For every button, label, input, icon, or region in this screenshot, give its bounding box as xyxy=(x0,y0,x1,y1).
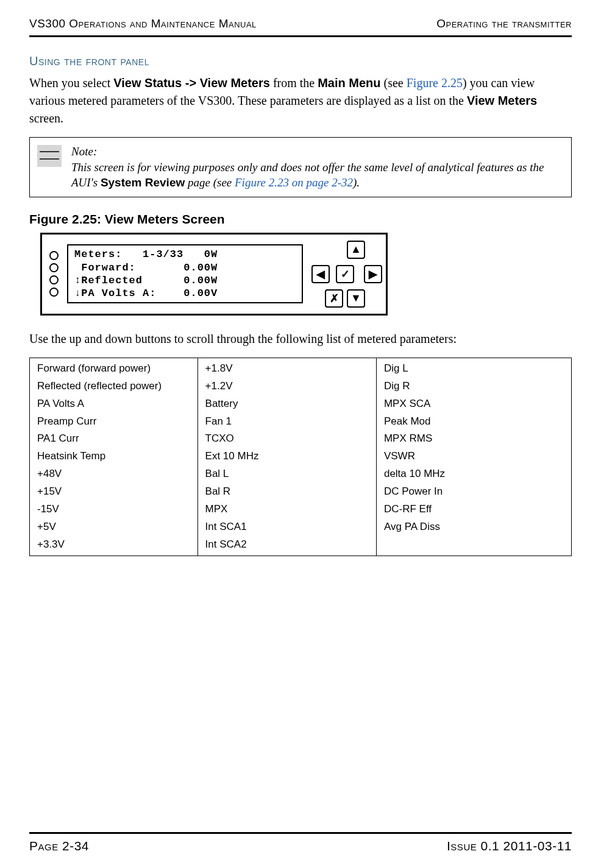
main-menu-label: Main Menu xyxy=(318,76,380,90)
led-column xyxy=(49,251,59,297)
lcd-screen: Meters: 1-3/33 0W Forward: 0.00W ↕Reflec… xyxy=(67,244,303,303)
led-icon xyxy=(49,288,59,297)
figure-link[interactable]: Figure 2.25 xyxy=(407,76,463,90)
right-button[interactable]: ▶ xyxy=(364,265,382,283)
screen-name: View Meters xyxy=(467,94,537,107)
intro-paragraph: When you select View Status -> View Mete… xyxy=(29,74,572,127)
table-row: Forward (forward power)Reflected (reflec… xyxy=(30,358,572,556)
left-button[interactable]: ◀ xyxy=(311,265,330,283)
cancel-button[interactable]: ✗ xyxy=(325,289,343,308)
up-button[interactable]: ▲ xyxy=(347,241,365,259)
section-heading: Using the front panel xyxy=(29,54,572,68)
page-header: VS300 Operations and Maintenance Manual … xyxy=(29,17,572,37)
led-icon xyxy=(49,275,59,284)
params-col-1: Forward (forward power)Reflected (reflec… xyxy=(30,358,198,556)
note-figure-link[interactable]: Figure 2.23 on page 2-32 xyxy=(235,176,353,189)
chapter-title: Operating the transmitter xyxy=(436,17,572,30)
parameters-table: Forward (forward power)Reflected (reflec… xyxy=(29,358,572,556)
params-col-3: Dig LDig RMPX SCAPeak ModMPX RMSVSWRdelt… xyxy=(376,358,571,556)
figure-caption: Figure 2.25: View Meters Screen xyxy=(29,212,572,227)
nav-path: View Status -> View Meters xyxy=(113,76,270,90)
instruction-text: Use the up and down buttons to scroll th… xyxy=(29,330,572,348)
note-box: Note: This screen is for viewing purpose… xyxy=(29,137,572,197)
note-text: Note: This screen is for viewing purpose… xyxy=(71,144,564,191)
led-icon xyxy=(49,251,59,260)
page-number: Page 2-34 xyxy=(29,839,89,853)
led-icon xyxy=(49,263,59,272)
ok-button[interactable]: ✓ xyxy=(336,265,354,283)
down-button[interactable]: ▼ xyxy=(347,289,365,308)
page-footer: Page 2-34 Issue 0.1 2011-03-11 xyxy=(29,832,572,853)
params-col-2: +1.8V+1.2VBatteryFan 1TCXOExt 10 MHzBal … xyxy=(197,358,376,556)
dpad: ▲ ✓ ◀ ▶ ✗ ▼ xyxy=(311,241,379,308)
doc-title: VS300 Operations and Maintenance Manual xyxy=(29,17,257,30)
issue-date: Issue 0.1 2011-03-11 xyxy=(447,839,572,853)
note-icon xyxy=(37,145,62,167)
front-panel-figure: Meters: 1-3/33 0W Forward: 0.00W ↕Reflec… xyxy=(40,233,388,316)
